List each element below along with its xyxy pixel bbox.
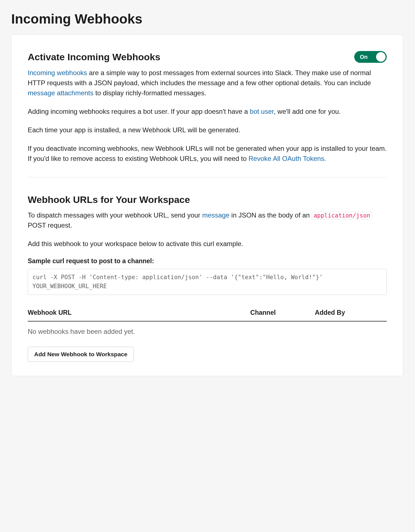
toggle-knob: [376, 52, 386, 62]
text-segment: POST request.: [28, 221, 72, 229]
text-segment: in JSON as the body of an: [229, 211, 312, 219]
urls-heading: Webhook URLs for Your Workspace: [28, 194, 387, 205]
activate-header-row: Activate Incoming Webhooks On: [28, 51, 387, 63]
page-title: Incoming Webhooks: [11, 11, 403, 27]
message-attachments-link[interactable]: message attachments: [28, 89, 94, 97]
activate-paragraph-1: Incoming webhooks are a simple way to po…: [28, 68, 387, 98]
activate-heading: Activate Incoming Webhooks: [28, 52, 160, 63]
webhook-empty-state: No webhooks have been added yet.: [28, 328, 387, 336]
urls-paragraph-1: To dispatch messages with your webhook U…: [28, 210, 387, 230]
activate-paragraph-3: Each time your app is installed, a new W…: [28, 125, 387, 135]
text-segment: Adding incoming webhooks requires a bot …: [28, 108, 250, 115]
sample-curl-heading: Sample curl request to post to a channel…: [28, 257, 387, 265]
col-header-url: Webhook URL: [28, 309, 250, 316]
message-link[interactable]: message: [202, 211, 229, 219]
text-segment: If you deactivate incoming webhooks, new…: [28, 145, 387, 162]
activate-toggle[interactable]: On: [354, 51, 387, 63]
sample-curl-code: curl -X POST -H 'Content-type: applicati…: [28, 269, 387, 295]
add-new-webhook-button[interactable]: Add New Webhook to Workspace: [28, 347, 134, 362]
incoming-webhooks-link[interactable]: Incoming webhooks: [28, 69, 87, 77]
col-header-added-by: Added By: [315, 309, 387, 316]
text-segment: , we'll add one for you.: [274, 108, 341, 115]
activate-paragraph-2: Adding incoming webhooks requires a bot …: [28, 107, 387, 117]
col-header-channel: Channel: [250, 309, 315, 316]
section-divider: [28, 177, 387, 177]
text-segment: To dispatch messages with your webhook U…: [28, 211, 202, 219]
urls-paragraph-2: Add this webhook to your workspace below…: [28, 239, 387, 249]
bot-user-link[interactable]: bot user: [250, 108, 274, 115]
content-card: Activate Incoming Webhooks On Incoming w…: [11, 34, 403, 376]
activate-paragraph-4: If you deactivate incoming webhooks, new…: [28, 144, 387, 164]
text-segment: to display richly-formatted messages.: [94, 89, 206, 97]
toggle-state-label: On: [360, 54, 368, 60]
revoke-oauth-link[interactable]: Revoke All OAuth Tokens.: [249, 155, 326, 162]
content-type-code: application/json: [312, 212, 372, 219]
webhook-table-header: Webhook URL Channel Added By: [28, 309, 387, 321]
